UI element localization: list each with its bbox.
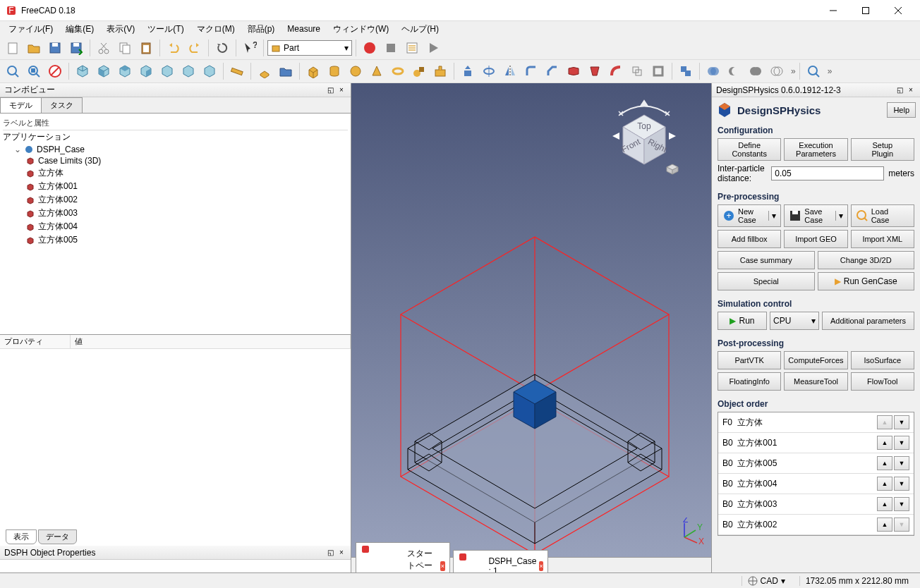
revolve-icon[interactable]	[479, 61, 499, 81]
move-down-button[interactable]: ▼	[894, 477, 909, 491]
tree-item[interactable]: 立方体005	[3, 233, 348, 247]
navigation-cube[interactable]: Top Front Right	[598, 90, 690, 182]
setup-plugin-button[interactable]: Setup Plugin	[851, 138, 914, 161]
ipd-input[interactable]	[771, 166, 884, 180]
cylinder-icon[interactable]	[325, 61, 344, 81]
undock-icon[interactable]: ◱	[895, 85, 904, 95]
redo-icon[interactable]	[185, 38, 205, 58]
cut-icon[interactable]	[94, 38, 114, 58]
additional-parameters-button[interactable]: Additional parameters	[822, 312, 914, 330]
chamfer-icon[interactable]	[543, 61, 562, 81]
tree-item[interactable]: 立方体001	[3, 180, 348, 193]
save-case-button[interactable]: Save Case ▾	[784, 204, 847, 227]
close-tab-icon[interactable]: ×	[440, 561, 445, 571]
move-up-button[interactable]: ▲	[877, 436, 892, 450]
tab-view[interactable]: 表示	[6, 529, 37, 544]
load-case-button[interactable]: Load Case	[851, 204, 914, 227]
front-icon[interactable]	[94, 61, 114, 81]
case-summary-button[interactable]: Case summary	[718, 251, 815, 269]
tab-data[interactable]: データ	[38, 529, 77, 544]
tree-item[interactable]: Case Limits (3D)	[3, 155, 348, 166]
minimize-button[interactable]	[817, 0, 849, 21]
move-up-button[interactable]: ▲	[877, 497, 892, 511]
save-as-icon[interactable]	[66, 38, 86, 58]
cut-bool-icon[interactable]	[725, 61, 744, 81]
fit-selection-icon[interactable]	[24, 61, 44, 81]
close-button[interactable]	[882, 0, 914, 21]
help-button[interactable]: Help	[887, 102, 916, 118]
floatinginfo-button[interactable]: FloatingInfo	[718, 372, 781, 391]
undock-icon[interactable]: ◱	[325, 85, 335, 95]
close-tab-icon[interactable]: ×	[539, 561, 543, 571]
macro-list-icon[interactable]	[402, 38, 422, 58]
paste-icon[interactable]	[136, 38, 156, 58]
union-icon[interactable]	[746, 61, 765, 81]
order-row[interactable]: B0 立方体002▲▼	[718, 515, 914, 535]
move-up-button[interactable]: ▲	[877, 415, 892, 429]
maximize-button[interactable]	[849, 0, 882, 21]
move-down-button[interactable]: ▼	[894, 436, 909, 450]
box-icon[interactable]	[303, 61, 323, 81]
tree-item[interactable]: 立方体003	[3, 207, 348, 220]
macro-stop-icon[interactable]	[381, 38, 401, 58]
order-row[interactable]: B0 立方体004▲▼	[718, 474, 914, 494]
menu-item[interactable]: Measure	[282, 23, 326, 35]
move-up-button[interactable]: ▲	[877, 477, 892, 491]
tab-model[interactable]: モデル	[0, 97, 42, 113]
move-down-button[interactable]: ▼	[894, 415, 909, 429]
execution-parameters-button[interactable]: Execution Parameters	[784, 138, 847, 161]
special-button[interactable]: Special	[718, 272, 815, 290]
draw-style-icon[interactable]	[45, 61, 65, 81]
tree-case[interactable]: ⌄ DSPH_Case	[3, 144, 348, 155]
isometric-icon[interactable]	[73, 61, 92, 81]
menu-item[interactable]: ファイル(F)	[3, 22, 59, 37]
new-file-icon[interactable]	[3, 38, 23, 58]
menu-item[interactable]: ツール(T)	[142, 22, 189, 37]
save-icon[interactable]	[45, 38, 65, 58]
fit-all-icon[interactable]	[3, 61, 23, 81]
macro-record-icon[interactable]	[360, 38, 380, 58]
run-gencase-button[interactable]: ▶Run GenCase	[818, 272, 915, 290]
sphere-icon[interactable]	[346, 61, 365, 81]
move-down-button[interactable]: ▼	[894, 456, 909, 470]
copy-icon[interactable]	[115, 38, 135, 58]
computeforces-button[interactable]: ComputeForces	[784, 351, 847, 369]
order-row[interactable]: B0 立方体003▲▼	[718, 494, 914, 515]
primitives-icon[interactable]	[409, 61, 429, 81]
tree-app-root[interactable]: アプリケーション	[3, 130, 348, 144]
import-geo-button[interactable]: Import GEO	[784, 230, 847, 248]
order-row[interactable]: B0 立方体001▲▼	[718, 433, 914, 453]
change-3d2d-button[interactable]: Change 3D/2D	[818, 251, 915, 269]
folder-icon[interactable]	[276, 61, 296, 81]
menu-item[interactable]: ヘルプ(H)	[396, 22, 444, 37]
part-extrude-icon[interactable]	[255, 61, 274, 81]
isosurface-button[interactable]: IsoSurface	[851, 351, 914, 369]
move-up-button[interactable]: ▲	[877, 517, 892, 532]
offset-3d-icon[interactable]	[627, 61, 647, 81]
flowtool-button[interactable]: FlowTool	[851, 372, 914, 391]
compound-icon[interactable]	[676, 61, 696, 81]
close-panel-icon[interactable]: ×	[337, 548, 346, 558]
import-xml-button[interactable]: Import XML	[851, 230, 914, 248]
intersect-icon[interactable]	[767, 61, 787, 81]
tab-task[interactable]: タスク	[41, 97, 83, 113]
move-down-button[interactable]: ▼	[894, 497, 909, 511]
sweep-icon[interactable]	[606, 61, 626, 81]
close-panel-icon[interactable]: ×	[906, 85, 916, 95]
workbench-selector[interactable]: Part ▾	[267, 40, 352, 56]
menu-item[interactable]: 表示(V)	[101, 22, 140, 37]
new-case-button[interactable]: + New Case ▾	[718, 204, 781, 227]
macro-play-icon[interactable]	[423, 38, 443, 58]
nav-mode[interactable]: CAD▾	[742, 576, 791, 586]
loft-icon[interactable]	[585, 61, 605, 81]
partvtk-button[interactable]: PartVTK	[718, 351, 781, 369]
tree-item[interactable]: 立方体	[3, 166, 348, 180]
extrude-icon[interactable]	[458, 61, 478, 81]
3d-viewport[interactable]: Top Front Right Z X Y	[351, 83, 711, 574]
thickness-icon[interactable]	[648, 61, 668, 81]
fillet-icon[interactable]	[521, 61, 541, 81]
mirror-icon[interactable]	[500, 61, 520, 81]
right-icon[interactable]	[136, 61, 156, 81]
open-file-icon[interactable]	[24, 38, 44, 58]
measure-linear-icon[interactable]	[804, 61, 823, 81]
